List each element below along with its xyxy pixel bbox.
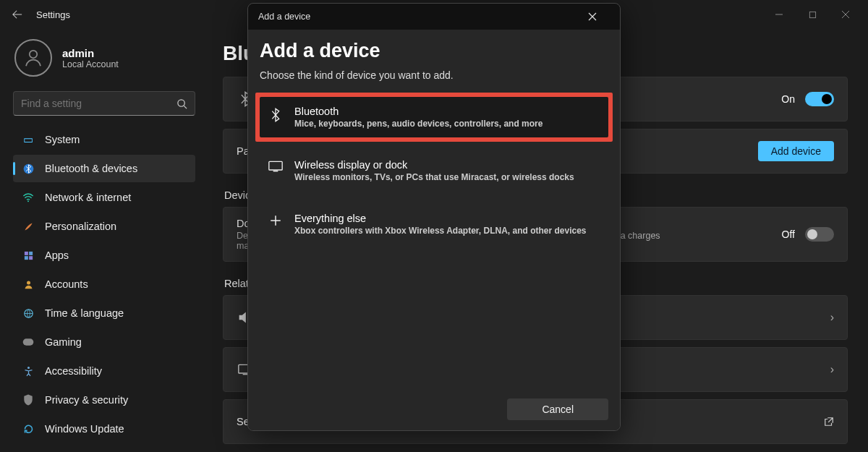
nav-time-language[interactable]: Time & language — [13, 299, 195, 327]
plus-icon — [267, 213, 284, 227]
nav-accessibility[interactable]: Accessibility — [13, 357, 195, 385]
sidebar: admin Local Account ▭ System Bluetooth &… — [0, 29, 203, 452]
back-button[interactable] — [6, 3, 29, 26]
option-title: Wireless display or dock — [294, 159, 574, 171]
option-desc: Wireless monitors, TVs, or PCs that use … — [294, 172, 574, 182]
bluetooth-icon — [22, 162, 35, 175]
svg-rect-0 — [809, 12, 815, 17]
nav-accounts[interactable]: Accounts — [13, 270, 195, 298]
maximize-button[interactable] — [796, 3, 829, 26]
nav-apps[interactable]: Apps — [13, 242, 195, 269]
search-box[interactable] — [13, 91, 195, 116]
search-input[interactable] — [21, 98, 176, 109]
option-title: Everything else — [294, 213, 587, 224]
wifi-icon — [22, 191, 35, 204]
minimize-button[interactable] — [762, 3, 796, 26]
window-title: Settings — [36, 9, 70, 20]
bluetooth-icon — [267, 106, 284, 123]
cancel-button[interactable]: Cancel — [507, 398, 608, 420]
svg-rect-11 — [23, 338, 34, 345]
system-icon: ▭ — [22, 133, 35, 146]
dialog-titlebar: Add a device — [248, 4, 620, 30]
bluetooth-toggle[interactable] — [805, 92, 834, 106]
add-device-dialog: Add a device Add a device Choose the kin… — [247, 3, 621, 431]
accounts-icon — [22, 278, 35, 291]
download-toggle[interactable] — [805, 227, 834, 242]
svg-point-9 — [27, 281, 30, 284]
option-wireless-display[interactable]: Wireless display or dock Wireless monito… — [260, 150, 608, 191]
svg-rect-8 — [29, 256, 33, 260]
svg-rect-5 — [24, 251, 27, 255]
gaming-icon — [22, 336, 35, 349]
nav-label: Accessibility — [45, 365, 102, 377]
nav-bluetooth-devices[interactable]: Bluetooth & devices — [13, 155, 195, 182]
dialog-heading: Add a device — [260, 40, 608, 62]
option-desc: Xbox controllers with Xbox Wireless Adap… — [294, 226, 587, 236]
close-window-button[interactable] — [829, 3, 862, 26]
person-icon — [22, 47, 44, 69]
close-icon — [841, 10, 850, 19]
accessibility-icon — [22, 364, 35, 378]
close-icon — [588, 12, 597, 21]
display-icon — [267, 159, 284, 172]
nav-label: Accounts — [45, 278, 88, 290]
profile[interactable]: admin Local Account — [13, 39, 195, 77]
nav-label: Time & language — [45, 307, 124, 319]
nav-label: Bluetooth & devices — [45, 163, 137, 174]
update-icon — [22, 422, 35, 435]
profile-sub: Local Account — [62, 59, 119, 69]
window-controls — [762, 3, 862, 26]
bluetooth-state-label: On — [781, 93, 795, 105]
globe-icon — [22, 307, 35, 320]
dialog-close-button[interactable] — [588, 12, 610, 21]
open-icon — [824, 417, 834, 427]
nav-label: Windows Update — [45, 423, 124, 435]
svg-rect-14 — [269, 161, 282, 170]
nav-system[interactable]: ▭ System — [13, 126, 195, 153]
nav-label: Privacy & security — [45, 394, 128, 406]
nav-privacy[interactable]: Privacy & security — [13, 386, 195, 414]
nav: ▭ System Bluetooth & devices Network & i… — [13, 126, 195, 443]
search-icon — [176, 98, 187, 109]
minimize-icon — [775, 10, 783, 19]
nav-windows-update[interactable]: Windows Update — [13, 415, 195, 443]
nav-label: Network & internet — [45, 192, 131, 203]
nav-label: Personalization — [45, 221, 116, 232]
avatar — [14, 39, 52, 77]
chevron-right-icon: › — [830, 363, 834, 376]
nav-label: Apps — [45, 250, 69, 261]
svg-point-1 — [30, 51, 38, 59]
option-title: Bluetooth — [294, 106, 542, 117]
nav-network[interactable]: Network & internet — [13, 184, 195, 211]
option-bluetooth[interactable]: Bluetooth Mice, keyboards, pens, audio d… — [260, 97, 608, 137]
svg-point-2 — [178, 99, 184, 106]
nav-label: System — [45, 134, 80, 145]
maximize-icon — [809, 11, 817, 19]
svg-rect-6 — [29, 251, 33, 255]
dialog-subheading: Choose the kind of device you want to ad… — [260, 69, 608, 81]
chevron-right-icon: › — [830, 311, 834, 324]
svg-point-12 — [27, 366, 29, 368]
arrow-left-icon — [12, 9, 22, 20]
profile-name: admin — [62, 47, 119, 59]
dialog-titlebar-text: Add a device — [258, 12, 310, 22]
brush-icon — [22, 220, 35, 233]
nav-label: Gaming — [45, 336, 82, 348]
apps-icon — [22, 249, 35, 262]
download-state-label: Off — [782, 229, 795, 240]
nav-gaming[interactable]: Gaming — [13, 328, 195, 356]
option-everything-else[interactable]: Everything else Xbox controllers with Xb… — [260, 204, 608, 244]
shield-icon — [22, 393, 35, 406]
nav-personalization[interactable]: Personalization — [13, 213, 195, 240]
highlight-annotation: Bluetooth Mice, keyboards, pens, audio d… — [255, 93, 613, 142]
option-desc: Mice, keyboards, pens, audio devices, co… — [294, 119, 542, 129]
svg-rect-7 — [24, 256, 27, 260]
svg-point-4 — [27, 200, 29, 202]
add-device-button[interactable]: Add device — [758, 141, 834, 161]
